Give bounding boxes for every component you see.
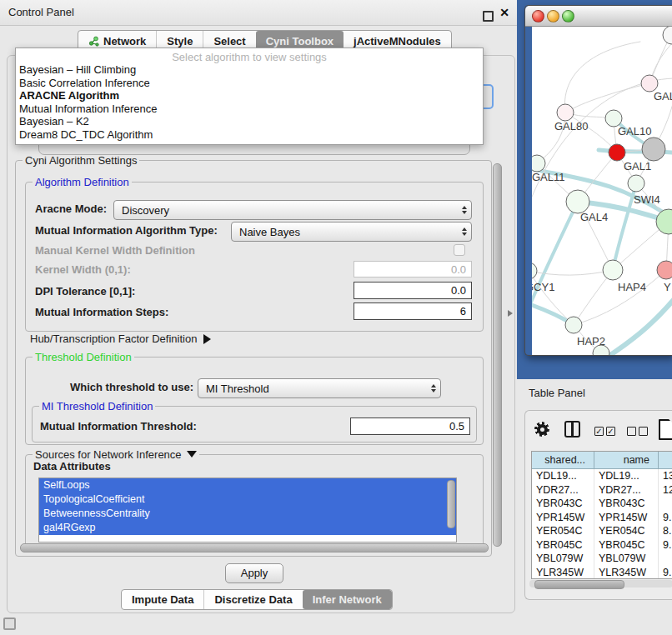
close-icon[interactable] [497, 5, 512, 20]
table-row[interactable]: YDR27... YDR27... 12 [532, 483, 672, 498]
bottom-tab[interactable]: Impute Data [122, 590, 203, 609]
network-canvas[interactable]: GALGAL80GAL10GAL1GAL11GAL4SWI4GCY1HAP4YH… [532, 27, 672, 355]
network-node[interactable] [628, 175, 644, 192]
algorithm-option[interactable]: Basic Correlation Inference [16, 77, 483, 90]
network-node-label: HAP4 [618, 281, 646, 293]
minimize-traffic-light-icon[interactable] [547, 10, 559, 22]
network-node[interactable] [565, 317, 582, 333]
table-row[interactable]: YBR043C YBR043C [532, 497, 672, 511]
mi-threshold-label: Mutual Information Threshold: [40, 418, 197, 436]
network-window[interactable]: GALGAL80GAL10GAL1GAL11GAL4SWI4GCY1HAP4YH… [524, 5, 672, 356]
apply-button[interactable]: Apply [225, 563, 283, 583]
algorithm-option[interactable]: ARACNE Algorithm [16, 89, 483, 102]
network-node[interactable] [566, 190, 589, 213]
network-node[interactable] [663, 27, 672, 44]
network-node[interactable] [532, 155, 545, 172]
zoom-traffic-light-icon[interactable] [562, 10, 574, 22]
table-row[interactable]: YBR045C YBR045C 9. [532, 538, 672, 552]
algorithm-dropdown: Select algorithm to view settings Bayesi… [15, 48, 484, 145]
float-window-icon[interactable] [483, 11, 494, 22]
table-hscrollbar-thumb[interactable] [534, 580, 624, 589]
network-node[interactable] [532, 262, 537, 279]
columns-icon[interactable] [564, 421, 580, 438]
attribute-item-selected[interactable]: BetweennessCentrality [39, 507, 456, 521]
column-header[interactable] [659, 452, 672, 469]
network-node[interactable] [657, 261, 672, 279]
splitter-arrow-icon[interactable] [508, 310, 513, 317]
algorithm-option[interactable]: Bayesian – Hill Climbing [16, 63, 483, 77]
cell-value: 12 [659, 483, 672, 498]
network-window-titlebar[interactable] [525, 6, 672, 27]
network-svg: GALGAL80GAL10GAL1GAL11GAL4SWI4GCY1HAP4YH… [532, 27, 672, 355]
network-edge[interactable] [565, 83, 649, 112]
attribute-item-selected[interactable]: gal4RGexp [39, 521, 456, 535]
checked-checkbox-icon[interactable] [606, 427, 615, 436]
bottom-tab[interactable]: Infer Network [303, 590, 392, 609]
dpi-tolerance-input[interactable]: 0.0 [354, 282, 472, 299]
network-edge[interactable] [574, 270, 666, 325]
close-traffic-light-icon[interactable] [532, 10, 544, 22]
sources-group-title[interactable]: Sources for Network Inference [33, 448, 199, 461]
network-node[interactable] [641, 75, 658, 92]
attribute-item-selected[interactable]: SelfLoops [39, 478, 456, 492]
checked-checkbox-icon[interactable] [594, 427, 604, 436]
attributes-scrollbar[interactable] [447, 480, 455, 528]
tab-label: Network [103, 35, 146, 48]
gear-icon[interactable] [534, 422, 549, 437]
stepper-icon [427, 384, 440, 392]
cell-shared-name: YBR045C [532, 538, 594, 552]
network-edge[interactable] [564, 42, 640, 112]
manual-kernel-checkbox[interactable] [454, 244, 465, 256]
docked-panel-icon[interactable] [3, 618, 16, 630]
table-row[interactable]: YBL079W YBL079W [532, 552, 672, 566]
stepper-icon [458, 228, 471, 236]
which-threshold-value: MI Threshold [198, 382, 427, 395]
bottom-tab[interactable]: Discretize Data [203, 590, 302, 609]
table-row[interactable]: YDL19... YDL19... 13 [532, 469, 672, 483]
algorithm-option[interactable]: Mutual Information Inference [16, 102, 483, 116]
network-edge[interactable] [605, 292, 672, 355]
tab-label: Style [167, 35, 193, 48]
data-attributes-list: SelfLoops TopologicalCoefficient Between… [38, 478, 457, 542]
attribute-item-selected[interactable]: TopologicalCoefficient [39, 492, 456, 507]
network-edge[interactable] [613, 183, 636, 270]
column-header[interactable]: shared... [532, 452, 594, 469]
data-attributes-label: Data Attributes [33, 460, 111, 472]
kernel-width-input[interactable]: 0.0 [354, 261, 472, 278]
network-edge[interactable] [532, 271, 574, 325]
table-row[interactable]: YPR145W YPR145W 9. [532, 511, 672, 525]
cell-name: YPR145W [594, 511, 659, 525]
cell-name: YLR345W [594, 566, 659, 580]
unchecked-checkbox-icon[interactable] [639, 427, 648, 436]
mi-steps-label: Mutual Information Steps: [35, 303, 168, 322]
bottom-tab-label: Impute Data [132, 593, 193, 606]
cell-name: YBR043C [594, 497, 659, 511]
aracne-mode-select[interactable]: Discovery [113, 200, 472, 220]
control-panel-titlebar: Control Panel [0, 0, 517, 26]
mi-threshold-input[interactable]: 0.5 [350, 418, 470, 435]
network-node[interactable] [642, 138, 665, 161]
algorithm-option[interactable]: Dream8 DC_TDC Algorithm [16, 128, 483, 142]
settings-horizontal-scrollbar[interactable] [20, 543, 489, 552]
network-node[interactable] [609, 144, 625, 161]
which-threshold-select[interactable]: MI Threshold [198, 378, 441, 398]
network-edge[interactable] [532, 202, 578, 312]
sources-title-text: Sources for Network Inference [35, 448, 182, 461]
hub-definition-expander[interactable]: Hub/Transcription Factor Definition [30, 332, 211, 347]
table-row[interactable]: YLR345W YLR345W 9. [532, 566, 672, 580]
column-header[interactable]: name [594, 452, 659, 469]
unchecked-checkbox-icon[interactable] [627, 427, 636, 436]
cyni-bottom-tabbar: Impute Data Discretize Data Infer Networ… [121, 589, 393, 610]
document-icon[interactable] [659, 419, 672, 440]
table-body: YDL19... YDL19... 13 YDR27... YDR27... 1… [532, 469, 672, 579]
network-node[interactable] [557, 104, 574, 121]
mi-steps-input[interactable]: 6 [354, 302, 472, 320]
settings-vertical-scrollbar[interactable] [493, 163, 502, 547]
table-row[interactable]: YER054C YER054C 8. [532, 524, 672, 538]
network-node[interactable] [605, 110, 622, 127]
network-node-label: GAL [654, 90, 672, 102]
algorithm-option[interactable]: Bayesian – K2 [16, 115, 483, 128]
network-node[interactable] [603, 260, 623, 280]
hub-definition-label: Hub/Transcription Factor Definition [30, 332, 197, 345]
mi-type-select[interactable]: Naive Bayes [231, 222, 472, 242]
